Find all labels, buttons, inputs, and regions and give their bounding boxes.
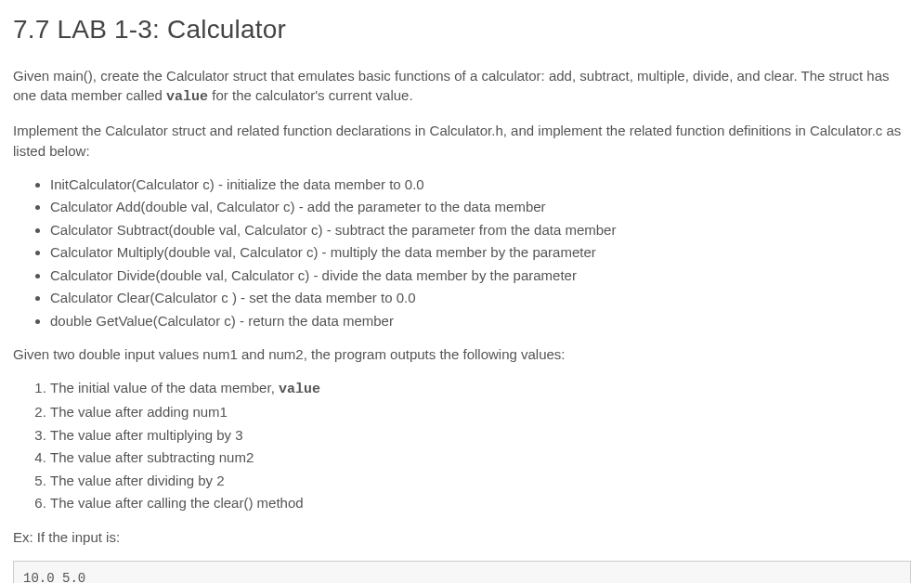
paragraph-implement: Implement the Calculator struct and rela… — [13, 121, 911, 162]
list-item: The value after dividing by 2 — [50, 471, 911, 492]
list-item: The initial value of the data member, va… — [50, 378, 911, 401]
list-item: The value after multiplying by 3 — [50, 425, 911, 447]
paragraph-intro-a: Given main(), create the Calculator stru… — [13, 68, 890, 104]
list-item: Calculator Subtract(double val, Calculat… — [50, 220, 911, 241]
list-item: Calculator Divide(double val, Calculator… — [50, 266, 911, 287]
list-item: double GetValue(Calculator c) - return t… — [50, 311, 911, 332]
list-item: The value after calling the clear() meth… — [50, 493, 911, 514]
page-title: 7.7 LAB 1-3: Calculator — [13, 11, 911, 49]
paragraph-example: Ex: If the input is: — [13, 527, 911, 548]
output-steps: The initial value of the data member, va… — [13, 378, 911, 514]
list-item: Calculator Add(double val, Calculator c)… — [50, 197, 911, 218]
paragraph-intro: Given main(), create the Calculator stru… — [13, 66, 911, 109]
code-value: value — [166, 89, 208, 105]
list-item: Calculator Multiply(double val, Calculat… — [50, 242, 911, 264]
list-item: InitCalculator(Calculator c) - initializ… — [50, 175, 911, 196]
function-list: InitCalculator(Calculator c) - initializ… — [13, 175, 911, 332]
list-item: The value after subtracting num2 — [50, 447, 911, 469]
code-value: value — [279, 382, 320, 397]
example-input-box: 10.0 5.0 — [13, 561, 911, 583]
paragraph-intro-b: for the calculator's current value. — [208, 87, 412, 103]
step-text: The initial value of the data member, — [50, 380, 279, 395]
list-item: Calculator Clear(Calculator c ) - set th… — [50, 288, 911, 309]
paragraph-outputs: Given two double input values num1 and n… — [13, 344, 911, 365]
list-item: The value after adding num1 — [50, 402, 911, 423]
